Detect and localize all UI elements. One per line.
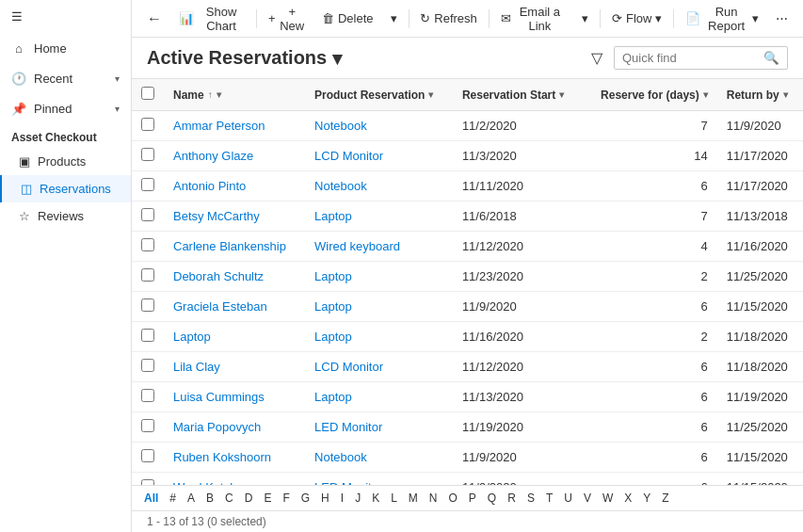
row-checkbox-cell[interactable] — [132, 412, 164, 443]
alpha-filter-c[interactable]: C — [220, 490, 238, 507]
alpha-filter-w[interactable]: W — [598, 490, 618, 507]
row-name[interactable]: Ammar Peterson — [164, 111, 305, 141]
row-name[interactable]: Anthony Glaze — [164, 141, 305, 171]
row-checkbox-cell[interactable] — [132, 473, 164, 486]
row-name[interactable]: Betsy McCarthy — [164, 202, 305, 232]
hamburger-icon[interactable]: ☰ — [0, 0, 131, 33]
row-checkbox-cell[interactable] — [132, 443, 164, 473]
row-checkbox[interactable] — [141, 449, 154, 462]
row-checkbox-cell[interactable] — [132, 322, 164, 352]
more-button[interactable]: ⋯ — [768, 8, 795, 29]
row-checkbox[interactable] — [141, 359, 154, 372]
alpha-filter-x[interactable]: X — [619, 490, 636, 507]
col-header-return[interactable]: Return by ▾ — [717, 79, 803, 111]
row-checkbox[interactable] — [141, 208, 154, 221]
alpha-filter-f[interactable]: F — [278, 490, 294, 507]
row-name[interactable]: Deborah Schultz — [164, 262, 305, 292]
back-button[interactable]: ← — [139, 7, 169, 31]
delete-button[interactable]: 🗑 Delete — [314, 8, 381, 29]
alpha-filter-a[interactable]: A — [183, 490, 200, 507]
row-product[interactable]: LED Monitor — [305, 473, 453, 486]
row-checkbox-cell[interactable] — [132, 171, 164, 202]
row-checkbox[interactable] — [141, 178, 154, 191]
alpha-filter-j[interactable]: J — [350, 490, 365, 507]
row-checkbox-cell[interactable] — [132, 111, 164, 141]
row-checkbox[interactable] — [141, 268, 154, 282]
show-chart-button[interactable]: 📊 Show Chart — [171, 1, 252, 37]
row-name[interactable]: Graciela Esteban — [164, 292, 305, 322]
row-checkbox-cell[interactable] — [132, 262, 164, 292]
row-name[interactable]: Carlene Blankenship — [164, 232, 305, 262]
refresh-button[interactable]: ↻ Refresh — [412, 8, 485, 29]
row-product[interactable]: Notebook — [305, 111, 453, 141]
row-product[interactable]: LCD Monitor — [305, 352, 453, 382]
alpha-filter-all[interactable]: All — [139, 490, 163, 507]
alpha-filter-t[interactable]: T — [541, 490, 557, 507]
row-name[interactable]: Ward Ketchum — [164, 473, 305, 486]
row-checkbox[interactable] — [141, 118, 154, 131]
row-product[interactable]: LED Monitor — [305, 412, 453, 443]
row-checkbox-cell[interactable] — [132, 141, 164, 171]
alpha-filter-i[interactable]: I — [336, 490, 348, 507]
row-product[interactable]: Wired keyboard — [305, 232, 453, 262]
row-checkbox[interactable] — [141, 238, 154, 251]
sidebar-item-recent[interactable]: 🕐 Recent ▾ — [0, 63, 131, 93]
alpha-filter-q[interactable]: Q — [483, 490, 501, 507]
row-name[interactable]: Ruben Kokshoorn — [164, 443, 305, 473]
alpha-filter-n[interactable]: N — [425, 490, 442, 507]
row-product[interactable]: Laptop — [305, 262, 453, 292]
row-checkbox[interactable] — [141, 389, 154, 402]
email-dropdown-button[interactable]: ▾ — [574, 8, 596, 29]
row-checkbox[interactable] — [141, 148, 154, 161]
row-name[interactable]: Laptop — [164, 322, 305, 352]
search-button[interactable]: 🔍 — [756, 47, 787, 69]
alpha-filter-d[interactable]: D — [240, 490, 258, 507]
sidebar-item-products[interactable]: ▣ Products — [0, 148, 131, 175]
alpha-filter-z[interactable]: Z — [657, 490, 673, 507]
row-checkbox-cell[interactable] — [132, 202, 164, 232]
flow-button[interactable]: ⟳ Flow ▾ — [604, 8, 669, 29]
title-chevron-icon[interactable]: ▾ — [332, 47, 342, 70]
alpha-filter-k[interactable]: K — [367, 490, 384, 507]
select-all-checkbox[interactable] — [141, 87, 154, 100]
sidebar-item-reviews[interactable]: ☆ Reviews — [0, 202, 131, 230]
row-product[interactable]: Laptop — [305, 292, 453, 322]
row-product[interactable]: Laptop — [305, 382, 453, 412]
row-name[interactable]: Antonio Pinto — [164, 171, 305, 202]
select-all-header[interactable] — [132, 79, 164, 111]
col-header-days[interactable]: Reserve for (days) ▾ — [582, 79, 716, 111]
email-button[interactable]: ✉ Email a Link — [493, 1, 573, 37]
row-product[interactable]: Notebook — [305, 443, 453, 473]
row-product[interactable]: LCD Monitor — [305, 141, 453, 171]
delete-dropdown-button[interactable]: ▾ — [383, 8, 405, 29]
alpha-filter-r[interactable]: R — [503, 490, 521, 507]
row-product[interactable]: Notebook — [305, 171, 453, 202]
run-report-button[interactable]: 📄 Run Report ▾ — [678, 1, 766, 37]
new-button[interactable]: + + New — [261, 1, 313, 37]
col-header-name[interactable]: Name ↑ ▾ — [164, 79, 305, 111]
row-checkbox-cell[interactable] — [132, 292, 164, 322]
alpha-filter-s[interactable]: S — [522, 490, 539, 507]
alpha-filter-e[interactable]: E — [259, 490, 276, 507]
sidebar-item-home[interactable]: ⌂ Home — [0, 33, 131, 63]
alpha-filter-v[interactable]: V — [579, 490, 596, 507]
row-name[interactable]: Maria Popovych — [164, 412, 305, 443]
search-input[interactable] — [615, 47, 756, 69]
alpha-filter-p[interactable]: P — [464, 490, 481, 507]
row-product[interactable]: Laptop — [305, 202, 453, 232]
alpha-filter-y[interactable]: Y — [638, 490, 655, 507]
row-product[interactable]: Laptop — [305, 322, 453, 352]
col-header-start[interactable]: Reservation Start ▾ — [453, 79, 583, 111]
alpha-filter-l[interactable]: L — [386, 490, 402, 507]
row-checkbox[interactable] — [141, 298, 154, 312]
row-checkbox[interactable] — [141, 419, 154, 432]
sidebar-item-pinned[interactable]: 📌 Pinned ▾ — [0, 93, 131, 123]
col-header-product[interactable]: Product Reservation ▾ — [305, 79, 453, 111]
alpha-filter-u[interactable]: U — [559, 490, 577, 507]
row-name[interactable]: Lila Clay — [164, 352, 305, 382]
alpha-filter-m[interactable]: M — [404, 490, 423, 507]
row-checkbox-cell[interactable] — [132, 352, 164, 382]
row-checkbox-cell[interactable] — [132, 232, 164, 262]
row-checkbox-cell[interactable] — [132, 382, 164, 412]
alpha-filter-#[interactable]: # — [165, 490, 181, 507]
